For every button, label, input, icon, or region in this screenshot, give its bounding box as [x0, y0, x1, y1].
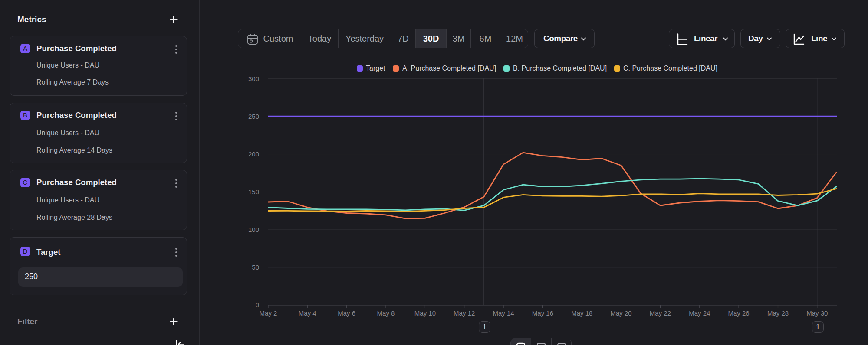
svg-text:May 26: May 26: [728, 309, 749, 317]
svg-text:150: 150: [248, 188, 259, 195]
svg-text:May 8: May 8: [377, 309, 395, 317]
svg-text:May 4: May 4: [299, 309, 316, 317]
svg-text:May 6: May 6: [338, 309, 355, 317]
svg-text:0: 0: [256, 301, 259, 309]
svg-text:May 20: May 20: [610, 309, 631, 317]
svg-text:100: 100: [248, 226, 259, 233]
svg-text:May 12: May 12: [454, 309, 475, 317]
svg-text:May 30: May 30: [806, 309, 828, 317]
svg-text:200: 200: [248, 150, 259, 158]
svg-text:May 28: May 28: [767, 309, 789, 317]
svg-text:May 22: May 22: [650, 309, 671, 317]
svg-text:May 24: May 24: [689, 309, 710, 317]
svg-text:May 10: May 10: [414, 309, 436, 317]
svg-text:May 18: May 18: [571, 309, 592, 317]
svg-text:300: 300: [248, 75, 259, 82]
svg-text:May 16: May 16: [532, 309, 553, 317]
svg-text:50: 50: [252, 264, 259, 271]
svg-text:250: 250: [248, 113, 259, 120]
svg-text:May 14: May 14: [493, 309, 514, 317]
svg-text:May 2: May 2: [260, 309, 277, 317]
